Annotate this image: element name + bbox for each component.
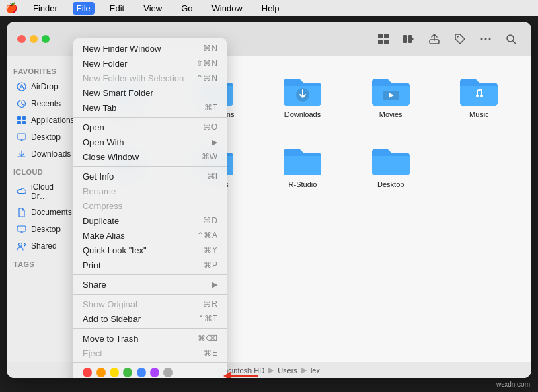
color-tag-yellow[interactable] <box>110 368 119 377</box>
menubar-help[interactable]: Help <box>258 2 284 15</box>
menu-open-with[interactable]: Open With ▶ <box>73 134 227 149</box>
folder-label-music: Music <box>469 110 489 118</box>
color-tag-green[interactable] <box>123 368 132 377</box>
menu-get-info[interactable]: Get Info ⌘I <box>73 169 227 184</box>
menu-label-new-smart-folder: New Smart Folder <box>83 88 153 98</box>
menu-label-rename: Rename <box>83 186 116 196</box>
apple-menu[interactable]: 🍎 <box>5 2 18 14</box>
menu-quick-look[interactable]: Quick Look "lex" ⌘Y <box>73 243 227 258</box>
more-icon[interactable] <box>476 30 495 48</box>
menu-move-to-trash[interactable]: Move to Trash ⌘⌫ <box>73 331 227 346</box>
color-tag-red[interactable] <box>83 368 92 377</box>
arrow-head <box>223 371 231 378</box>
color-tag-orange[interactable] <box>96 368 106 377</box>
svg-rect-19 <box>22 121 26 124</box>
folder-desktop[interactable]: Desktop <box>350 137 432 194</box>
menu-close-window[interactable]: Close Window ⌘W <box>73 149 227 164</box>
menu-new-finder-window[interactable]: New Finder Window ⌘N <box>73 41 227 56</box>
icloud-desktop-icon <box>16 224 27 235</box>
sidebar-item-icloud-drive[interactable]: iCloud Dr… <box>9 180 71 204</box>
menu-label-get-info: Get Info <box>83 171 114 182</box>
close-button[interactable] <box>17 35 26 43</box>
view-columns-icon[interactable] <box>399 30 418 48</box>
sidebar-item-documents[interactable]: Documents <box>9 204 71 221</box>
menubar-edit[interactable]: Edit <box>106 2 128 15</box>
shortcut-new-finder-window: ⌘N <box>203 44 217 53</box>
menubar: 🍎 Finder File Edit View Go Window Help <box>0 0 538 16</box>
svg-point-27 <box>480 95 483 97</box>
sidebar-item-applications[interactable]: Applications <box>9 112 71 128</box>
menu-label-show-original: Show Original <box>83 299 137 309</box>
folder-downloads[interactable]: Downloads <box>261 67 344 132</box>
menubar-window[interactable]: Window <box>208 2 247 15</box>
menu-open[interactable]: Open ⌘O <box>73 120 227 134</box>
menubar-file[interactable]: File <box>73 2 95 15</box>
menu-share[interactable]: Share ▶ <box>73 277 227 292</box>
sidebar-item-airdrop[interactable]: AirDrop <box>9 79 71 95</box>
folder-label-desktop: Desktop <box>377 180 404 188</box>
color-tag-gray[interactable] <box>163 368 173 377</box>
menu-label-new-finder-window: New Finder Window <box>83 44 161 54</box>
airdrop-icon <box>16 81 27 92</box>
folder-movies[interactable]: Movies <box>350 67 432 132</box>
maximize-button[interactable] <box>42 35 50 43</box>
menu-label-duplicate: Duplicate <box>83 216 119 226</box>
svg-rect-5 <box>408 35 412 43</box>
red-arrow-indicator <box>223 371 258 378</box>
color-tags-row <box>73 365 227 378</box>
svg-point-8 <box>457 36 458 37</box>
menu-label-new-folder: New Folder <box>83 58 127 69</box>
sidebar-item-shared[interactable]: Shared <box>9 238 71 254</box>
sidebar-item-desktop[interactable]: Desktop <box>9 129 71 145</box>
tag-icon[interactable] <box>451 30 469 48</box>
folder-rstudio[interactable]: R-Studio <box>261 137 344 194</box>
arrow-line <box>231 375 258 377</box>
menu-make-alias[interactable]: Make Alias ⌃⌘A <box>73 228 227 243</box>
sidebar-item-recents[interactable]: Recents <box>9 95 71 112</box>
menubar-finder[interactable]: Finder <box>29 2 62 15</box>
svg-rect-3 <box>384 40 389 44</box>
menu-new-folder[interactable]: New Folder ⇧⌘N <box>73 56 227 71</box>
share-arrow: ▶ <box>212 280 217 289</box>
menu-label-quick-look: Quick Look "lex" <box>83 245 147 256</box>
share-icon[interactable] <box>425 30 444 48</box>
minimize-button[interactable] <box>30 35 38 43</box>
menu-new-tab[interactable]: New Tab ⌘T <box>73 100 227 115</box>
shortcut-open: ⌘O <box>203 122 217 132</box>
folder-icon-movies <box>369 73 412 108</box>
sidebar-item-downloads[interactable]: Downloads <box>9 146 71 162</box>
menu-print[interactable]: Print ⌘P <box>73 258 227 272</box>
traffic-lights <box>17 35 50 43</box>
shortcut-new-folder: ⇧⌘N <box>196 58 217 68</box>
menu-sep-5 <box>73 328 227 329</box>
shortcut-move-to-trash: ⌘⌫ <box>198 334 217 343</box>
svg-line-13 <box>513 41 516 44</box>
svg-rect-1 <box>384 34 389 38</box>
svg-point-10 <box>485 38 487 40</box>
svg-point-9 <box>481 38 483 40</box>
menu-label-share: Share <box>83 280 106 290</box>
shortcut-duplicate: ⌘D <box>203 216 217 225</box>
sidebar-section-favorites: Favorites <box>7 62 73 78</box>
menu-add-to-sidebar[interactable]: Add to Sidebar ⌃⌘T <box>73 311 227 326</box>
menu-duplicate[interactable]: Duplicate ⌘D <box>73 213 227 228</box>
svg-point-26 <box>476 95 479 97</box>
recents-icon <box>16 98 27 109</box>
menubar-view[interactable]: View <box>139 2 166 15</box>
sidebar-label-recents: Recents <box>31 99 61 108</box>
menu-new-smart-folder[interactable]: New Smart Folder <box>73 85 227 100</box>
shortcut-print: ⌘P <box>204 260 217 270</box>
sidebar-item-icloud-desktop[interactable]: Desktop <box>9 221 71 237</box>
folder-music[interactable]: Music <box>438 67 521 132</box>
menubar-go[interactable]: Go <box>177 2 196 15</box>
sidebar-label-shared: Shared <box>31 241 57 251</box>
sidebar-label-airdrop: AirDrop <box>31 82 59 91</box>
search-icon[interactable] <box>502 30 521 48</box>
view-grid-icon[interactable] <box>374 30 393 48</box>
icloud-icon <box>16 186 27 197</box>
menu-label-add-to-sidebar: Add to Sidebar <box>83 314 141 324</box>
svg-rect-16 <box>17 116 21 120</box>
toolbar-icons <box>374 30 521 48</box>
color-tag-purple[interactable] <box>150 368 159 377</box>
color-tag-blue[interactable] <box>137 368 146 377</box>
